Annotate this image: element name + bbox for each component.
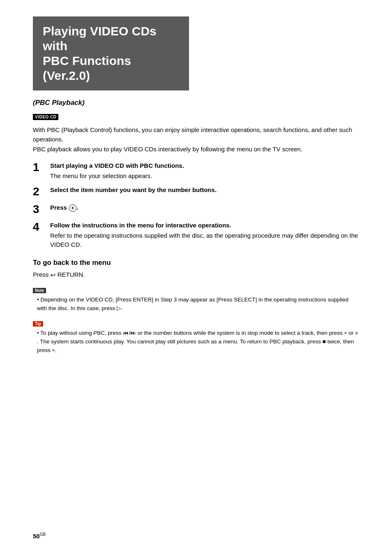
title-box: Playing VIDEO CDs with PBC Functions (Ve… [33,16,189,90]
step-1-title: Start playing a VIDEO CD with PBC functi… [50,161,359,170]
step-3-title: Press +. [50,203,359,212]
tip-box: Tip To play without using PBC, press ⏮/⏭… [33,320,359,355]
step-4-title: Follow the instructions in the menu for … [50,221,359,229]
step-4-number: 4 [33,221,50,234]
tip-text: To play without using PBC, press ⏮/⏭ or … [33,329,359,355]
step-4-desc: Refer to the operating instructions supp… [50,231,359,250]
page-title: Playing VIDEO CDs with PBC Functions (Ve… [43,24,179,83]
videocd-badge: VIDEO CD [33,114,58,120]
step-1-desc: The menu for your selection appears. [50,171,359,181]
page-number: 50GB [33,532,46,540]
step-1-content: Start playing a VIDEO CD with PBC functi… [50,161,359,181]
steps-container: 1 Start playing a VIDEO CD with PBC func… [33,161,359,250]
tip-label: Tip [33,321,43,327]
return-text: Press ↩ RETURN. [33,271,359,279]
step-2: 2 Select the item number you want by the… [33,185,359,198]
subtitle: (PBC Playback) [33,99,359,107]
step-2-content: Select the item number you want by the n… [50,185,359,196]
step-3-number: 3 [33,203,50,216]
step-3-content: Press +. [50,203,359,213]
intro-paragraph-1: With PBC (Playback Control) functions, y… [33,125,359,154]
step-2-title: Select the item number you want by the n… [50,185,359,194]
enter-circle-icon: + [69,204,76,212]
back-to-menu-heading: To go back to the menu [33,259,359,267]
step-4-content: Follow the instructions in the menu for … [50,221,359,250]
return-icon: ↩ [51,271,56,279]
note-box: Note Depending on the VIDEO CD, [Press E… [33,286,359,313]
note-text: Depending on the VIDEO CD, [Press ENTER]… [33,296,359,313]
step-2-number: 2 [33,185,50,198]
note-label: Note [33,288,46,293]
step-1-number: 1 [33,161,50,174]
step-3: 3 Press +. [33,203,359,216]
step-4: 4 Follow the instructions in the menu fo… [33,221,359,250]
step-1: 1 Start playing a VIDEO CD with PBC func… [33,161,359,181]
